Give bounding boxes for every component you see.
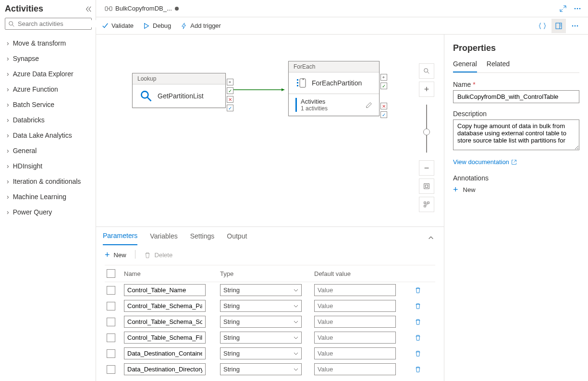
param-type-select[interactable]: String	[220, 300, 302, 312]
trash-icon[interactable]	[415, 287, 421, 294]
annotation-new-button[interactable]: + New	[453, 185, 579, 195]
tab-output[interactable]: Output	[227, 232, 247, 245]
param-type-select[interactable]: String	[220, 363, 302, 375]
category-item[interactable]: ›Databricks	[5, 112, 92, 128]
row-checkbox[interactable]	[107, 302, 115, 310]
category-item[interactable]: ›Move & transform	[5, 36, 92, 51]
tab-settings[interactable]: Settings	[190, 232, 215, 245]
document-tab[interactable]: BulkCopyfromDB_...	[100, 0, 184, 17]
zoom-search-button[interactable]	[419, 63, 434, 79]
properties-toggle-button[interactable]	[551, 19, 566, 33]
param-name-field[interactable]	[124, 300, 206, 312]
category-item[interactable]: ›HDInsight	[5, 158, 92, 174]
param-type-select[interactable]: String	[220, 332, 302, 344]
param-default-field[interactable]	[314, 347, 396, 359]
zoom-in-button[interactable]: +	[419, 82, 434, 97]
port-success[interactable]: ✓	[227, 87, 233, 94]
parameter-row: String	[105, 330, 435, 345]
param-type-select[interactable]: String	[220, 284, 302, 296]
param-name-field[interactable]	[124, 316, 206, 328]
param-name-field[interactable]	[124, 284, 206, 296]
trash-icon[interactable]	[415, 350, 421, 357]
view-documentation-link[interactable]: View documentation	[453, 158, 517, 166]
param-name-field[interactable]	[124, 363, 206, 375]
expand-icon[interactable]	[559, 5, 567, 12]
foreach-activity[interactable]: ForEach ForEachPartition Activities 1 ac…	[288, 61, 380, 116]
row-checkbox[interactable]	[107, 333, 115, 342]
category-item[interactable]: ›General	[5, 143, 92, 158]
chevron-right-icon: ›	[7, 116, 9, 124]
param-default-field[interactable]	[314, 363, 396, 375]
param-type-select[interactable]: String	[220, 316, 302, 328]
tab-general[interactable]: General	[453, 60, 477, 72]
more-toolbar-button[interactable]	[568, 19, 582, 33]
debug-button[interactable]: Debug	[143, 22, 171, 29]
row-checkbox[interactable]	[107, 286, 115, 295]
svg-point-7	[575, 8, 576, 9]
parameter-row: String	[105, 282, 435, 298]
tab-parameters[interactable]: Parameters	[103, 232, 137, 245]
search-input[interactable]	[5, 18, 92, 30]
auto-align-button[interactable]	[419, 197, 434, 212]
param-type-select[interactable]: String	[220, 347, 302, 359]
port-success[interactable]: ✓	[380, 83, 387, 89]
trash-icon[interactable]	[415, 366, 421, 373]
port-completion[interactable]: ✓	[227, 105, 233, 111]
activities-count: 1 activities	[301, 105, 328, 112]
param-default-field[interactable]	[314, 332, 396, 344]
category-label: Machine Learning	[13, 193, 66, 201]
row-checkbox[interactable]	[107, 318, 115, 326]
tab-related[interactable]: Related	[487, 60, 510, 72]
name-field[interactable]	[453, 90, 579, 103]
tab-variables[interactable]: Variables	[150, 232, 177, 245]
select-all-checkbox[interactable]	[107, 269, 115, 278]
new-parameter-button[interactable]: + New	[105, 250, 126, 260]
fit-screen-button[interactable]	[419, 179, 434, 194]
delete-parameter-button[interactable]: Delete	[144, 250, 173, 260]
param-default-field[interactable]	[314, 300, 396, 312]
pipeline-canvas[interactable]: Lookup GetPartitionList ✓ ✕ ✓	[96, 35, 444, 226]
trash-icon[interactable]	[415, 319, 421, 325]
param-name-field[interactable]	[124, 347, 206, 359]
port-skip[interactable]	[227, 79, 233, 85]
category-item[interactable]: ›Data Lake Analytics	[5, 128, 92, 143]
category-item[interactable]: ›Azure Data Explorer	[5, 66, 92, 82]
description-field[interactable]	[453, 119, 579, 150]
zoom-slider[interactable]	[419, 100, 434, 157]
search-icon	[8, 21, 15, 27]
more-icon[interactable]	[574, 5, 581, 12]
param-default-field[interactable]	[314, 316, 396, 328]
add-trigger-button[interactable]: Add trigger	[181, 22, 221, 29]
collapse-panel-button[interactable]	[428, 235, 437, 243]
category-item[interactable]: ›Batch Service	[5, 97, 92, 112]
param-name-field[interactable]	[124, 332, 206, 344]
chevron-right-icon: ›	[7, 147, 9, 155]
trash-icon[interactable]	[415, 334, 421, 341]
port-skip[interactable]	[380, 74, 387, 81]
port-fail[interactable]: ✕	[380, 103, 387, 109]
properties-panel: Properties General Related Name * Descri…	[444, 35, 588, 381]
sidebar-collapse[interactable]	[85, 6, 92, 12]
row-checkbox[interactable]	[107, 365, 115, 374]
zoom-out-button[interactable]: −	[419, 160, 434, 176]
trash-icon[interactable]	[415, 303, 421, 310]
row-checkbox[interactable]	[107, 349, 115, 358]
port-fail[interactable]: ✕	[227, 96, 233, 103]
param-default-field[interactable]	[314, 284, 396, 296]
chevron-right-icon: ›	[7, 178, 9, 185]
validate-button[interactable]: Validate	[102, 22, 134, 29]
category-item[interactable]: ›Machine Learning	[5, 189, 92, 204]
category-item[interactable]: ›Azure Function	[5, 82, 92, 97]
code-view-button[interactable]	[535, 19, 550, 33]
col-default-header: Default value	[314, 270, 408, 277]
chevron-right-icon: ›	[7, 55, 9, 62]
connector-line	[233, 87, 288, 92]
category-item[interactable]: ›Iteration & conditionals	[5, 174, 92, 189]
search-field[interactable]	[18, 20, 98, 27]
edit-icon[interactable]	[366, 102, 372, 108]
category-item[interactable]: ›Power Query	[5, 204, 92, 220]
category-item[interactable]: ›Synapse	[5, 51, 92, 66]
lookup-activity[interactable]: Lookup GetPartitionList	[132, 73, 226, 108]
port-completion[interactable]: ✓	[380, 111, 387, 118]
svg-rect-30	[424, 205, 426, 207]
